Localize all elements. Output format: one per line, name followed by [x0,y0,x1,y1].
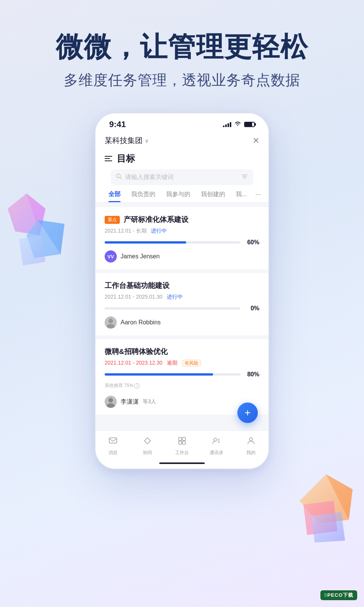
task-tag-1: 重点 [105,216,120,224]
hero-subtitle: 多维度任务管理，透视业务奇点数据 [0,71,364,90]
assignee-row-1: VV James Jensen [105,250,259,263]
task-meta-2: 2021.12.01 - 2025.01.30 进行中 [105,294,259,300]
close-button[interactable]: ✕ [253,136,259,146]
page-title: 目标 [117,153,135,165]
bottom-nav: 消息 协同 工作台 [96,431,268,469]
company-name-text: 某科技集团 [105,135,143,146]
nav-collaborate[interactable]: 协同 [130,436,165,456]
assignee-name-1: James Jensen [121,253,160,260]
progress-percent-3: 80% [244,371,259,378]
nav-workbench-icon [177,436,187,448]
home-indicator [159,462,205,464]
nav-contacts[interactable]: 通讯录 [199,436,234,456]
assignee-avatar-1: VV [105,250,117,263]
task-meta-1: 2021.12.01 - 长期 进行中 [105,228,259,234]
svg-rect-20 [182,437,185,440]
tab-mine[interactable]: 我... [231,190,252,202]
tab-participated[interactable]: 我参与的 [161,190,196,202]
task-meta-3: 2021.12.01 - 2023.12.30 逾期 有风险 [105,360,259,366]
search-placeholder: 请输入搜索关键词 [125,173,238,181]
task-title-row-1: 重点 产研标准化体系建设 [105,215,259,225]
task-card-1[interactable]: 重点 产研标准化体系建设 2021.12.01 - 长期 进行中 60% VV … [96,207,268,269]
menu-icon[interactable] [105,156,112,161]
crystal-right-decoration [288,470,360,546]
progress-bar-bg-2 [105,307,240,310]
tab-responsible[interactable]: 我负责的 [126,190,161,202]
assignee-avatar-3 [105,396,117,408]
nav-messages[interactable]: 消息 [96,436,130,456]
signal-icon [223,122,231,127]
assignee-row-3: 李潇潇 等3人 [105,396,259,408]
nav-messages-label: 消息 [108,450,118,456]
filter-icon[interactable] [241,173,248,181]
nav-workbench[interactable]: 工作台 [165,436,199,456]
task-status-risk-3: 有风险 [182,360,201,366]
status-time: 9:41 [109,120,126,129]
tab-more[interactable]: ··· [252,190,264,202]
progress-percent-2: 0% [244,305,259,312]
progress-bar-fill-3 [105,373,213,376]
status-icons [223,121,255,128]
svg-point-14 [108,319,113,323]
progress-row-3: 80% [105,371,259,378]
task-title-row-3: 微聘&招聘体验优化 [105,347,259,357]
task-status-2: 进行中 [167,294,183,300]
nav-profile[interactable]: 我的 [234,436,268,456]
progress-wrapper-3: 80% 系统推荐 75% i [105,371,259,389]
progress-row-1: 60% [105,239,259,246]
tab-all[interactable]: 全部 [103,190,126,202]
task-status-overdue-3: 逾期 [167,360,177,366]
task-card-2[interactable]: 工作台基础功能建设 2021.12.01 - 2025.01.30 进行中 0% [96,273,268,335]
progress-row-2: 0% [105,305,259,312]
assignee-more-3: 等3人 [143,398,156,405]
assignee-row-2: Aaron Robbins [105,316,259,329]
suggest-info-icon: i [134,383,140,388]
status-bar: 9:41 [96,113,268,132]
assignee-avatar-2 [105,316,117,329]
task-title-2: 工作台基础功能建设 [105,281,169,291]
wifi-icon [234,121,241,128]
svg-rect-19 [179,437,182,440]
svg-point-17 [107,403,115,408]
watermark: 5PECO下载 [320,590,357,600]
company-chevron-icon: ∨ [145,138,149,144]
phone-screen: 9:41 [95,113,269,469]
nav-messages-icon [108,436,118,448]
nav-contacts-icon [212,436,221,448]
svg-point-16 [108,398,113,403]
progress-bar-fill-1 [105,241,186,244]
svg-point-27 [249,438,253,441]
task-title-3: 微聘&招聘体验优化 [105,347,168,357]
battery-icon [244,122,255,127]
svg-rect-22 [182,441,185,444]
app-header: 某科技集团 ∨ ✕ [96,132,268,149]
page-title-bar: 目标 [96,149,268,169]
fab-plus-icon: + [245,407,251,418]
phone-mockup: 9:41 [0,113,364,469]
assignee-name-2: Aaron Robbins [121,319,161,326]
nav-collaborate-icon [143,436,152,448]
svg-point-15 [107,324,115,329]
tabs-bar: 全部 我负责的 我参与的 我创建的 我... ··· [96,185,268,203]
progress-percent-1: 60% [244,239,259,246]
search-bar[interactable]: 请输入搜索关键词 [111,169,253,185]
company-name-row[interactable]: 某科技集团 ∨ [105,135,149,146]
task-status-1: 进行中 [151,228,167,234]
nav-collaborate-label: 协同 [143,450,152,456]
watermark-badge: 5PECO下载 [320,590,357,600]
fab-add-button[interactable]: + [237,403,258,423]
task-title-1: 产研标准化体系建设 [124,215,188,225]
svg-marker-8 [311,512,345,543]
task-title-row-2: 工作台基础功能建设 [105,281,259,291]
system-suggest-3: 系统推荐 75% i [105,382,259,389]
nav-workbench-label: 工作台 [175,450,189,456]
nav-profile-label: 我的 [246,450,256,456]
hero-section: 微微，让管理更轻松 多维度任务管理，透视业务奇点数据 [0,0,364,90]
search-icon [116,173,122,181]
svg-rect-18 [109,438,117,443]
progress-bar-bg-3 [105,373,240,376]
svg-line-10 [120,178,122,179]
nav-contacts-label: 通讯录 [210,450,223,456]
tab-created[interactable]: 我创建的 [196,190,231,202]
nav-profile-icon [246,436,256,448]
